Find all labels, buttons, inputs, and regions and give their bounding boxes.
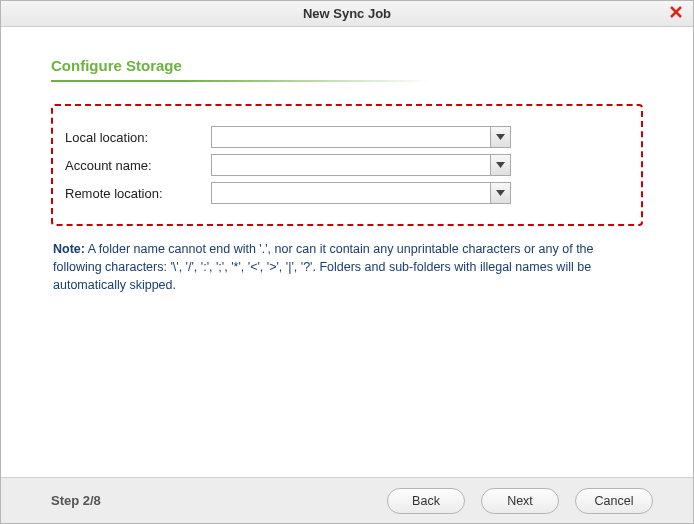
next-button[interactable]: Next: [481, 488, 559, 514]
back-button[interactable]: Back: [387, 488, 465, 514]
wizard-window: New Sync Job Configure Storage Local loc…: [0, 0, 694, 524]
label-account-name: Account name:: [61, 158, 211, 173]
section-divider: [51, 80, 431, 82]
note-text: Note: A folder name cannot end with '.',…: [51, 234, 643, 294]
wizard-footer: Step 2/8 Back Next Cancel: [1, 477, 693, 523]
remote-location-combo[interactable]: [211, 182, 511, 204]
label-remote-location: Remote location:: [61, 186, 211, 201]
step-indicator: Step 2/8: [51, 493, 371, 508]
svg-marker-4: [496, 190, 505, 196]
chevron-down-icon[interactable]: [490, 127, 510, 147]
label-local-location: Local location:: [61, 130, 211, 145]
row-remote-location: Remote location:: [61, 182, 625, 204]
note-prefix: Note:: [53, 242, 85, 256]
window-title: New Sync Job: [303, 6, 391, 21]
account-name-input[interactable]: [212, 155, 490, 175]
row-local-location: Local location:: [61, 126, 625, 148]
section-heading: Configure Storage: [51, 57, 643, 74]
chevron-down-icon[interactable]: [490, 155, 510, 175]
titlebar: New Sync Job: [1, 1, 693, 27]
account-name-combo[interactable]: [211, 154, 511, 176]
row-account-name: Account name:: [61, 154, 625, 176]
cancel-button[interactable]: Cancel: [575, 488, 653, 514]
svg-marker-3: [496, 162, 505, 168]
chevron-down-icon[interactable]: [490, 183, 510, 203]
close-icon[interactable]: [667, 4, 685, 22]
local-location-combo[interactable]: [211, 126, 511, 148]
storage-form-highlight: Local location: Account name:: [51, 104, 643, 226]
local-location-input[interactable]: [212, 127, 490, 147]
note-body: A folder name cannot end with '.', nor c…: [53, 242, 594, 292]
content-area: Configure Storage Local location: Accoun…: [1, 27, 693, 477]
remote-location-input[interactable]: [212, 183, 490, 203]
svg-marker-2: [496, 134, 505, 140]
